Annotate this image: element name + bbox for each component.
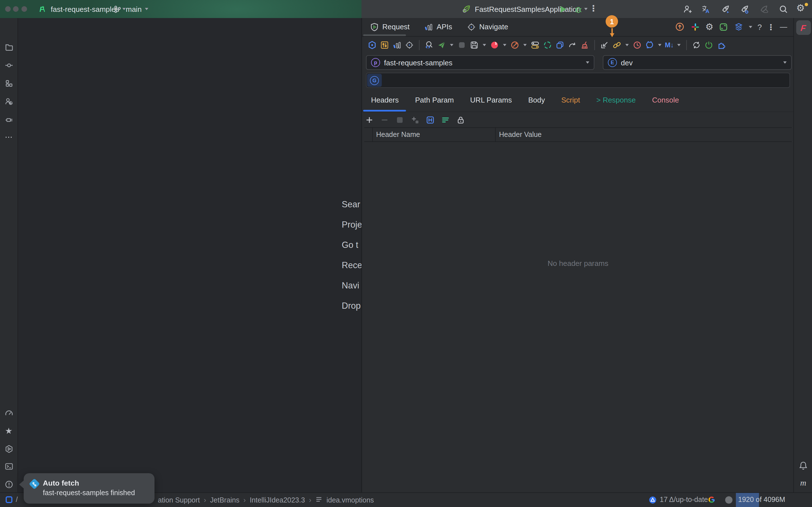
import-icon[interactable] bbox=[599, 40, 610, 50]
tab-console[interactable]: Console bbox=[652, 96, 679, 104]
profiler-toolwindow-icon[interactable] bbox=[4, 408, 13, 417]
run-configuration-widget[interactable]: FastRequestSamplesApplication bbox=[461, 0, 588, 18]
apifox-chevron-icon[interactable] bbox=[522, 40, 528, 50]
copy-icon[interactable] bbox=[555, 40, 565, 50]
breadcrumb-item[interactable]: ation Support bbox=[158, 496, 200, 504]
problems-toolwindow-icon[interactable] bbox=[4, 480, 13, 489]
debug-button[interactable] bbox=[573, 4, 583, 14]
header-preset-icon[interactable] bbox=[426, 115, 435, 124]
github-chevron-icon[interactable] bbox=[657, 40, 663, 50]
apipost-chevron-icon[interactable] bbox=[502, 40, 507, 50]
rocket-config-icon[interactable] bbox=[739, 4, 749, 14]
notifications-bell-icon[interactable] bbox=[799, 461, 808, 470]
editor-hint-navigation: Navi bbox=[342, 281, 359, 291]
tab-apis[interactable]: APIs bbox=[424, 22, 452, 31]
clean-broom-icon[interactable] bbox=[580, 40, 590, 50]
slack-icon[interactable] bbox=[690, 22, 700, 32]
settings-gear-icon[interactable]: ⚙ bbox=[796, 3, 808, 15]
tab-headers[interactable]: Headers bbox=[371, 96, 399, 104]
redo-icon[interactable] bbox=[567, 40, 577, 50]
config-hexagon-icon[interactable] bbox=[367, 40, 377, 50]
notification-balloon[interactable]: Auto fetch fast-request-samples finished bbox=[24, 473, 154, 504]
code-with-me-icon[interactable]: ? bbox=[4, 96, 13, 106]
vcs-update-icon[interactable] bbox=[649, 496, 658, 505]
translate-icon[interactable]: A bbox=[700, 4, 711, 14]
environment-select[interactable]: E dev bbox=[603, 55, 792, 70]
terminal-toolwindow-icon[interactable] bbox=[4, 461, 13, 471]
run-button[interactable] bbox=[558, 4, 568, 14]
expand-icon[interactable] bbox=[718, 22, 728, 32]
power-icon[interactable] bbox=[704, 40, 714, 50]
hide-toolwindow-icon[interactable]: — bbox=[780, 23, 787, 31]
add-user-icon[interactable] bbox=[682, 4, 693, 14]
window-minimize-button[interactable] bbox=[13, 6, 18, 12]
breadcrumb-item-file[interactable]: idea.vmoptions bbox=[326, 496, 374, 504]
url-input[interactable]: G bbox=[366, 73, 790, 88]
upgrade-icon[interactable] bbox=[675, 22, 685, 32]
google-icon[interactable] bbox=[708, 496, 717, 505]
send-request-icon[interactable] bbox=[437, 40, 447, 50]
tab-request[interactable]: Request bbox=[370, 22, 410, 31]
endpoints-toolwindow-icon[interactable] bbox=[4, 115, 13, 124]
save-chevron-icon[interactable] bbox=[481, 40, 487, 50]
method-badge[interactable]: G bbox=[367, 74, 382, 87]
link-chevron-icon[interactable] bbox=[624, 40, 630, 50]
save-request-icon[interactable] bbox=[469, 40, 479, 50]
toggle-settings-icon[interactable] bbox=[530, 40, 540, 50]
breadcrumb-item[interactable]: IntelliJIdea2023.3 bbox=[250, 496, 305, 504]
more-actions-button[interactable]: ⋮ bbox=[589, 4, 598, 12]
apipost-logo-icon[interactable] bbox=[490, 40, 500, 50]
scan-target-icon[interactable] bbox=[543, 40, 553, 50]
more-toolwindows-icon[interactable]: ⋯ bbox=[4, 132, 13, 142]
help-icon[interactable]: ? bbox=[757, 23, 762, 31]
history-clock-icon[interactable] bbox=[632, 40, 642, 50]
send-chevron-icon[interactable] bbox=[449, 40, 455, 50]
tab-body[interactable]: Body bbox=[528, 96, 545, 104]
sync-icon[interactable] bbox=[691, 40, 702, 50]
fast-request-stripe-button[interactable]: F bbox=[796, 20, 811, 35]
editor-hint-recent: Rece bbox=[342, 260, 361, 270]
status-widget-icon[interactable] bbox=[6, 496, 12, 503]
add-row-icon[interactable] bbox=[365, 115, 374, 124]
window-zoom-button[interactable] bbox=[21, 6, 27, 12]
vcs-status-text[interactable]: 17 Δ/up-to-date bbox=[660, 496, 708, 504]
toolwindow-options-icon[interactable]: ⋮ bbox=[767, 23, 775, 31]
search-everywhere-icon[interactable] bbox=[778, 4, 788, 14]
commit-toolwindow-icon[interactable] bbox=[4, 60, 13, 70]
memory-indicator[interactable]: 1920 of 4096M bbox=[736, 493, 785, 507]
services-toolwindow-icon[interactable] bbox=[4, 444, 13, 453]
format-lines-icon[interactable] bbox=[441, 115, 450, 124]
markdown-export-icon[interactable]: M↓ bbox=[665, 41, 674, 49]
window-close-button[interactable] bbox=[5, 6, 11, 12]
column-header-name[interactable]: Header Name bbox=[373, 128, 496, 142]
maven-stripe-icon[interactable]: m bbox=[800, 478, 806, 488]
rocket-run-icon[interactable] bbox=[720, 4, 730, 14]
tab-navigate[interactable]: Navigate bbox=[467, 22, 508, 31]
project-toolwindow-icon[interactable] bbox=[4, 42, 13, 52]
rocket-cloud-icon[interactable] bbox=[758, 4, 769, 14]
tab-url-params[interactable]: URL Params bbox=[470, 96, 512, 104]
structure-toolwindow-icon[interactable] bbox=[4, 78, 13, 88]
search-api-icon[interactable] bbox=[424, 40, 434, 50]
lock-icon[interactable] bbox=[456, 115, 465, 124]
branch-widget[interactable]: main bbox=[112, 0, 148, 18]
settings-sliders-icon[interactable] bbox=[379, 40, 390, 50]
layers-icon[interactable] bbox=[733, 22, 744, 32]
github-icon[interactable] bbox=[645, 40, 655, 50]
locate-api-icon[interactable] bbox=[404, 40, 414, 50]
apifox-logo-icon[interactable] bbox=[510, 40, 520, 50]
tab-response[interactable]: > Response bbox=[596, 96, 636, 104]
api-list-icon[interactable] bbox=[392, 40, 402, 50]
bookmarks-toolwindow-icon[interactable]: ★ bbox=[4, 426, 13, 436]
tab-path-param[interactable]: Path Param bbox=[415, 96, 454, 104]
gradle-status-icon[interactable] bbox=[725, 496, 732, 504]
layers-chevron-icon[interactable] bbox=[749, 25, 752, 28]
link-icon[interactable] bbox=[612, 40, 622, 50]
project-select[interactable]: p fast-request-samples bbox=[366, 55, 594, 70]
markdown-chevron-icon[interactable] bbox=[676, 40, 682, 50]
tab-script[interactable]: Script bbox=[561, 96, 580, 104]
column-header-value[interactable]: Header Value bbox=[496, 128, 792, 142]
breadcrumb-item[interactable]: JetBrains bbox=[210, 496, 239, 504]
plugin-puzzle-icon[interactable] bbox=[716, 40, 726, 50]
toolwindow-settings-gear-icon[interactable]: ⚙ bbox=[705, 22, 714, 31]
